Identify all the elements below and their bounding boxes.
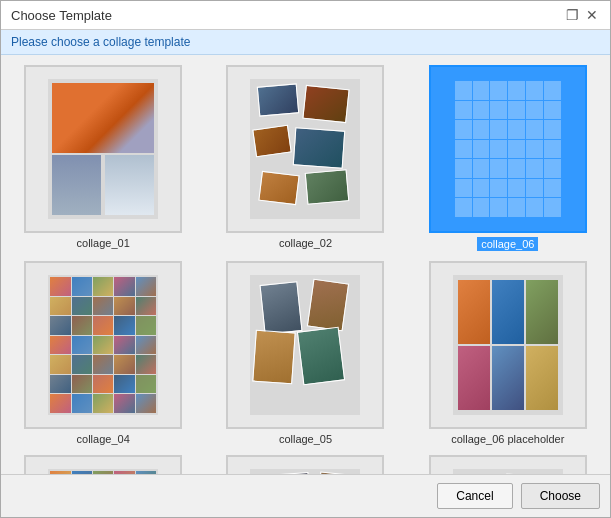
template-item-collage-04[interactable]: collage_04 (9, 261, 197, 445)
template-item-collage-06[interactable]: collage_06 placeholder (414, 261, 602, 445)
c04-cell (72, 336, 92, 355)
c04-cell (136, 375, 156, 394)
c03-cell (544, 179, 561, 198)
c07-cell (136, 471, 156, 474)
pc1-img2 (52, 155, 101, 215)
template-item-collage-09[interactable]: collage_09 (414, 455, 602, 474)
preview-04 (48, 275, 158, 415)
c03-cell (455, 81, 472, 100)
template-item-collage-01[interactable]: collage_01 (9, 65, 197, 251)
c04-cell (50, 375, 70, 394)
template-label-01: collage_01 (77, 237, 130, 249)
c07-cell (72, 471, 92, 474)
c04-cell (93, 336, 113, 355)
cancel-button[interactable]: Cancel (437, 483, 512, 509)
template-item-collage-05[interactable]: collage_05 (211, 261, 399, 445)
c03-cell (473, 120, 490, 139)
c04-cell (93, 316, 113, 335)
c03-cell (473, 159, 490, 178)
s-photo-6 (305, 169, 350, 205)
title-bar: Choose Template ❐ ✕ (1, 1, 610, 30)
c04-cell (114, 375, 134, 394)
c04-cell (93, 297, 113, 316)
c03-cell (544, 198, 561, 217)
c04-cell (93, 277, 113, 296)
preview-06-grid (458, 280, 558, 410)
restore-button[interactable]: ❐ (564, 7, 580, 23)
s-photo-3 (253, 125, 293, 158)
c03-cell (473, 198, 490, 217)
pc1-img1 (52, 83, 154, 153)
c03-cell (526, 198, 543, 217)
c04-cell (114, 316, 134, 335)
template-label-02: collage_02 (279, 237, 332, 249)
c04-cell (72, 277, 92, 296)
content-area: collage_01 collage_02 (1, 55, 610, 474)
template-thumb-03 (429, 65, 587, 233)
pc1-img3 (105, 155, 154, 215)
c04-cell (93, 375, 113, 394)
c03-cell (473, 81, 490, 100)
subtitle-text: Please choose a collage template (11, 35, 190, 49)
s-photo-5 (259, 171, 300, 205)
s-photo-1 (257, 83, 299, 116)
c04-cell (136, 355, 156, 374)
c07-cell (93, 471, 113, 474)
c03-cell (544, 159, 561, 178)
template-thumb-06 (429, 261, 587, 429)
close-button[interactable]: ✕ (584, 7, 600, 23)
template-label-03: collage_06 (477, 237, 538, 251)
template-item-collage-07[interactable]: collage_07 (9, 455, 197, 474)
c04-cell (72, 316, 92, 335)
dialog-title: Choose Template (11, 8, 112, 23)
c03-cell (526, 120, 543, 139)
template-grid-container[interactable]: collage_01 collage_02 (1, 55, 610, 474)
c03-cell (490, 179, 507, 198)
s-photo-2 (303, 85, 350, 123)
template-label-05: collage_05 (279, 433, 332, 445)
c07-cell (114, 471, 134, 474)
preview-01 (48, 79, 158, 219)
c04-cell (136, 316, 156, 335)
preview-02 (250, 79, 360, 219)
c03-cell (455, 198, 472, 217)
choose-button[interactable]: Choose (521, 483, 600, 509)
c04-cell (50, 355, 70, 374)
c03-cell (490, 198, 507, 217)
c03-cell (490, 120, 507, 139)
s5-photo-3 (253, 330, 297, 385)
preview-09 (453, 469, 563, 474)
c03-cell (455, 159, 472, 178)
template-thumb-08 (226, 455, 384, 474)
c03-cell (455, 140, 472, 159)
c04-cell (50, 297, 70, 316)
template-thumb-05 (226, 261, 384, 429)
template-item-collage-03[interactable]: collage_06 (414, 65, 602, 251)
c04-cell (136, 297, 156, 316)
template-grid: collage_01 collage_02 (9, 65, 602, 474)
c04-cell (72, 355, 92, 374)
c03-cell (508, 179, 525, 198)
c03-cell (473, 140, 490, 159)
c03-cell (508, 81, 525, 100)
template-label-06: collage_06 placeholder (451, 433, 564, 445)
c03-cell (508, 101, 525, 120)
template-thumb-09 (429, 455, 587, 474)
c03-cell (508, 120, 525, 139)
title-bar-controls: ❐ ✕ (564, 7, 600, 23)
template-label-04: collage_04 (77, 433, 130, 445)
c03-cell (455, 179, 472, 198)
c03-cell (473, 101, 490, 120)
c04-cell (136, 394, 156, 413)
template-item-collage-08[interactable]: collage_08 (211, 455, 399, 474)
template-item-collage-02[interactable]: collage_02 (211, 65, 399, 251)
template-thumb-02 (226, 65, 384, 233)
c04-cell (114, 394, 134, 413)
preview-06 (453, 275, 563, 415)
c03-cell (455, 120, 472, 139)
c03-cell (544, 140, 561, 159)
c04-cell (114, 277, 134, 296)
preview-03 (453, 79, 563, 219)
c04-cell (50, 394, 70, 413)
preview-05 (250, 275, 360, 415)
